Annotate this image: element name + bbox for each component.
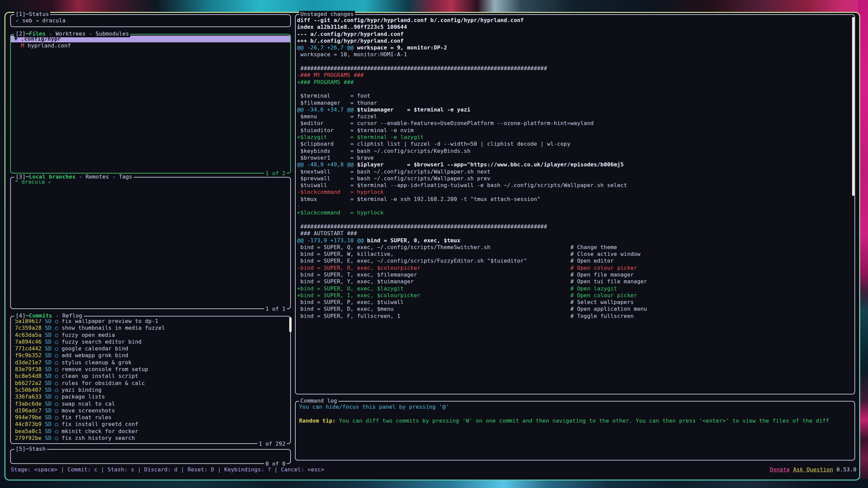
terminal-window: [1]─Status ✓ seb → dracula [2]─Files - W…	[4, 12, 860, 481]
panel-files-title[interactable]: [2]─Files - Worktrees - Submodules	[14, 30, 130, 37]
diff-line[interactable]: +++ b/.config/hypr/hyprland.conf	[297, 38, 854, 44]
panel-stash[interactable]: [5]─Stash 0 of 0	[10, 449, 291, 464]
diff-line[interactable]: $filemanager = thunar	[297, 100, 854, 106]
diff-line[interactable]: -$lockcommand = hyprlock	[297, 189, 854, 196]
diff-line[interactable]	[297, 86, 854, 93]
commit-row[interactable]: 7c359a28 SD ○ show thumbnails in media f…	[11, 325, 290, 331]
panel-files-count: 1 of 2	[264, 170, 287, 177]
diff-line[interactable]: @@ -34,6 +34,7 @@ $tuimanager = $termina…	[297, 106, 854, 113]
diff-line[interactable]: -bind = SUPER, R, exec, $colourpicker # …	[297, 265, 854, 271]
commits-list: 5a189617 SD ○ fix wallpaper preview to d…	[11, 317, 290, 442]
diff-line[interactable]: +### PROGRAMS ###	[297, 79, 854, 86]
commit-row[interactable]: b66272a2 SD ○ rules for obsidian & calc	[11, 380, 290, 387]
status-line: ✓ seb → dracula	[15, 17, 286, 24]
panel-branches-count: 1 of 1	[264, 306, 287, 312]
diff-line[interactable]: ########################################…	[297, 65, 854, 72]
diff-line[interactable]: bind = SUPER, W, killactive, # Close act…	[297, 251, 854, 258]
commit-row[interactable]: 994e79be SD ○ fix float rules	[11, 414, 290, 421]
diff-line[interactable]: bind = SUPER, D, exec, $menu # Open appl…	[297, 306, 854, 312]
diff-line[interactable]: bind = SUPER, Q, exec, ~/.config/scripts…	[297, 244, 854, 251]
diff-line[interactable]: workspace = 10, monitor:HDMI-A-1	[297, 51, 854, 58]
diff-line[interactable]: $tmux = $terminal -e ssh 192.168.2.200 -…	[297, 196, 854, 203]
diff-line[interactable]: diff --git a/.config/hypr/hyprland.conf …	[297, 17, 854, 24]
diff-line[interactable]: $clipboard = cliphist list | fuzzel -d -…	[297, 141, 854, 147]
panel-stash-title[interactable]: [5]─Stash	[14, 446, 47, 452]
diff-line[interactable]: ### AUTOSTART ###	[297, 230, 854, 237]
panel-command-log-title: Command log	[299, 398, 338, 404]
commits-scrollbar[interactable]	[289, 317, 292, 332]
command-log-line	[298, 410, 854, 417]
panel-branches[interactable]: [3]─Local branches - Remotes - Tags * dr…	[10, 177, 291, 309]
panel-status-title: [1]─Status	[14, 11, 50, 18]
diff-line[interactable]: -	[297, 203, 854, 209]
commit-row[interactable]: bc8e54d8 SD ○ clean up install script	[11, 373, 290, 380]
commit-row[interactable]: 4c63da5a SD ○ fuzzy open media	[11, 332, 290, 339]
panel-branches-title[interactable]: [3]─Local branches - Remotes - Tags	[14, 174, 134, 180]
lazygit-app: [1]─Status ✓ seb → dracula [2]─Files - W…	[5, 13, 859, 480]
diff-line[interactable]: $keybinds = bash ~/.config/scripts/KeyBi…	[297, 148, 854, 155]
commit-row[interactable]: 279f92be SD ○ fix zsh history search	[11, 435, 290, 442]
command-log-line: You can hide/focus this panel by pressin…	[298, 404, 854, 410]
diff-line[interactable]	[297, 217, 854, 223]
commit-row[interactable]: d3de21e7 SD ○ stylus cleanup & grok	[11, 359, 290, 366]
diff-line[interactable]: ########################################…	[297, 223, 854, 230]
command-log-body: You can hide/focus this panel by pressin…	[296, 402, 854, 424]
diff-line[interactable]: $editor = cursor --enable-features=UseOz…	[297, 120, 854, 127]
commit-row[interactable]: 336fa633 SD ○ package lists	[11, 393, 290, 400]
diff-line[interactable]: $tuieditor = $terminal -e nvim	[297, 127, 854, 134]
commit-row[interactable]: f9c9b352 SD ○ add webapp grok bind	[11, 352, 290, 359]
keybinding-bar: Stage: <space> | Commit: c | Stash: s | …	[11, 466, 856, 473]
diff-line[interactable]: index a12b311e8..90ff223c5 100644	[297, 24, 854, 30]
panel-unstaged-changes[interactable]: Unstaged changes diff --git a/.config/hy…	[295, 14, 855, 394]
diff-line[interactable]: +$lazygit = $terminal -e lazygit	[297, 134, 854, 141]
diff-line[interactable]: bind = SUPER, E, exec, ~/.config/scripts…	[297, 258, 854, 264]
diff-line[interactable]: bind = SUPER, F, fullscreen, 1 # Toggle …	[297, 313, 854, 320]
commit-row[interactable]: 771cd442 SD ○ google calendar bind	[11, 345, 290, 352]
file-row[interactable]: M hyprland.conf	[11, 42, 290, 49]
commit-row[interactable]: 83e79f38 SD ○ remove vconsole from setup	[11, 366, 290, 373]
diff-line[interactable]: $nextwall = bash ~/.config/scripts/Wallp…	[297, 168, 854, 175]
diff-line[interactable]: $prevwall = bash ~/.config/scripts/Wallp…	[297, 175, 854, 182]
diff-line[interactable]: bind = SUPER, Y, exec, $tuimanager # Ope…	[297, 278, 854, 285]
diff-line[interactable]: $tuiwall = $terminal --app-id=floating-t…	[297, 182, 854, 189]
commit-row[interactable]: bea5a0c1 SD ○ mkinit check for docker	[11, 428, 290, 435]
commit-row[interactable]: d196adc7 SD ○ move screenshots	[11, 407, 290, 414]
command-log-line: Random tip: You can diff two commits by …	[298, 418, 854, 424]
diff-line[interactable]: @@ -26,7 +26,7 @@ workspace = 9, monitor…	[297, 44, 854, 51]
diff-scrollbar[interactable]	[852, 17, 854, 196]
diff-view: diff --git a/.config/hypr/hyprland.conf …	[296, 15, 854, 320]
diff-line[interactable]: +bind = SUPER, I, exec, $colourpicker # …	[297, 292, 854, 299]
panel-command-log[interactable]: Command log You can hide/focus this pane…	[295, 401, 855, 461]
diff-line[interactable]: -### MY PROGRAMS ###	[297, 72, 854, 79]
panel-status[interactable]: [1]─Status ✓ seb → dracula	[10, 14, 291, 27]
panel-commits-title[interactable]: [4]─Commits - Reflog	[14, 312, 84, 319]
panel-unstaged-changes-title: Unstaged changes	[299, 11, 355, 18]
commit-row[interactable]: 5c50b407 SD ○ yazi binding	[11, 387, 290, 393]
diff-line[interactable]: $browser1 = brave	[297, 155, 854, 161]
footer-links[interactable]: Donate Ask Question 0.53.0	[770, 466, 856, 473]
diff-line[interactable]: $terminal = foot	[297, 93, 854, 99]
diff-line[interactable]: +bind = SUPER, U, exec, $lazygit # Open …	[297, 285, 854, 292]
diff-line[interactable]: bind = SUPER, P, exec, $tuiwall # Select…	[297, 299, 854, 306]
status-body: ✓ seb → dracula	[11, 15, 290, 24]
diff-line[interactable]: --- a/.config/hypr/hyprland.conf	[297, 31, 854, 38]
diff-line[interactable]: @@ -173,9 +173,10 @@ bind = SUPER, 0, ex…	[297, 237, 854, 244]
diff-line[interactable]	[297, 58, 854, 65]
diff-line[interactable]: bind = SUPER, T, exec, $filemanager # Op…	[297, 271, 854, 278]
keybinding-hints: Stage: <space> | Commit: c | Stash: s | …	[11, 466, 324, 473]
commit-row[interactable]: 7a894c46 SD ○ fuzzy search editor bind	[11, 339, 290, 345]
diff-line[interactable]: $menu = fuzzel	[297, 113, 854, 120]
panel-commits[interactable]: [4]─Commits - Reflog 5a189617 SD ○ fix w…	[10, 316, 291, 444]
panel-commits-count: 1 of 292	[257, 441, 287, 447]
panel-files[interactable]: [2]─Files - Worktrees - Submodules ▼ .co…	[10, 34, 291, 174]
commit-row[interactable]: f3abc6de SD ○ swap ncal to cal	[11, 401, 290, 407]
diff-line[interactable]: +$lockcommand = hyprlock	[297, 209, 854, 216]
commit-row[interactable]: 44c873b9 SD ○ fix install greetd conf	[11, 421, 290, 428]
diff-line[interactable]: @@ -48,9 +49,8 @@ $iplayer = $browser1 -…	[297, 161, 854, 168]
